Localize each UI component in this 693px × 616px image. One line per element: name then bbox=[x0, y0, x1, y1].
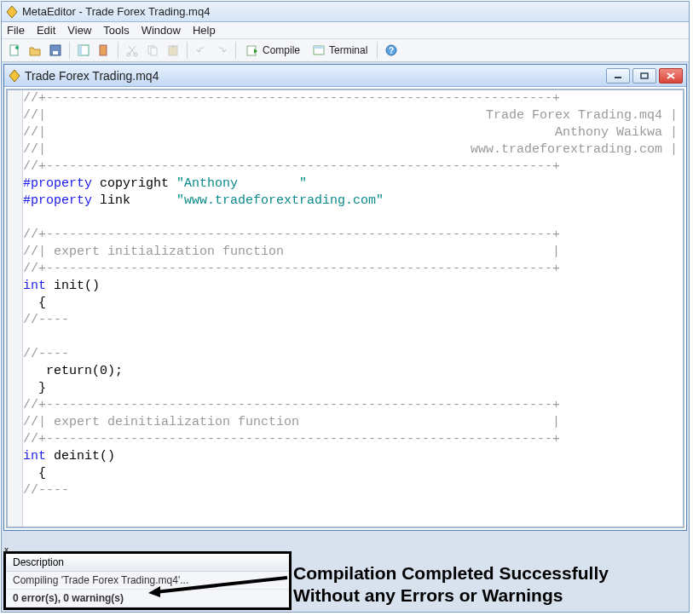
copy-button[interactable] bbox=[143, 41, 162, 60]
svg-marker-0 bbox=[7, 6, 17, 18]
annotation-line2: Without any Errors or Warnings bbox=[293, 584, 609, 607]
document-title: Trade Forex Trading.mq4 bbox=[25, 69, 159, 83]
terminal-icon bbox=[312, 43, 326, 57]
panel-close-icon[interactable]: x bbox=[4, 545, 9, 554]
toolbar: Compile Terminal ? bbox=[2, 39, 689, 62]
svg-rect-20 bbox=[641, 73, 648, 78]
cut-button[interactable] bbox=[123, 41, 141, 60]
menu-help[interactable]: Help bbox=[193, 24, 216, 37]
annotation-line1: Compilation Completed Successfully bbox=[293, 562, 609, 584]
output-panel: x Description Compiling 'Trade Forex Tra… bbox=[3, 551, 292, 610]
compile-icon bbox=[245, 43, 259, 57]
document-titlebar: Trade Forex Trading.mq4 bbox=[4, 65, 686, 87]
compile-button[interactable]: Compile bbox=[240, 42, 305, 59]
menu-window[interactable]: Window bbox=[141, 24, 181, 37]
menu-file[interactable]: File bbox=[7, 24, 25, 37]
close-button[interactable] bbox=[659, 68, 683, 83]
svg-rect-12 bbox=[171, 45, 175, 48]
maximize-button[interactable] bbox=[632, 68, 656, 83]
compile-label: Compile bbox=[263, 44, 300, 56]
terminal-label: Terminal bbox=[329, 44, 367, 56]
output-row-result: 0 error(s), 0 warning(s) bbox=[6, 590, 289, 607]
menu-tools[interactable]: Tools bbox=[103, 24, 129, 37]
app-title: MetaEditor - Trade Forex Trading.mq4 bbox=[22, 5, 210, 18]
svg-marker-18 bbox=[9, 70, 20, 82]
help-button[interactable]: ? bbox=[382, 41, 401, 60]
document-icon bbox=[8, 69, 21, 83]
minimize-button[interactable] bbox=[606, 68, 630, 83]
navigator-button[interactable] bbox=[74, 41, 93, 60]
menu-view[interactable]: View bbox=[67, 24, 91, 37]
svg-rect-10 bbox=[151, 48, 157, 55]
menubar: File Edit View Tools Window Help bbox=[2, 22, 689, 39]
redo-button[interactable] bbox=[212, 41, 231, 60]
app-icon bbox=[5, 5, 19, 19]
svg-rect-3 bbox=[53, 51, 58, 55]
code-area[interactable]: //+-------------------------------------… bbox=[23, 90, 683, 527]
document-window: Trade Forex Trading.mq4 //+-------------… bbox=[3, 64, 687, 531]
output-row-compiling: Compiling 'Trade Forex Trading.mq4'... bbox=[6, 572, 289, 590]
terminal-button[interactable]: Terminal bbox=[307, 42, 372, 59]
app-window: MetaEditor - Trade Forex Trading.mq4 Fil… bbox=[1, 1, 690, 613]
svg-rect-15 bbox=[314, 46, 324, 49]
output-header[interactable]: Description bbox=[6, 554, 289, 572]
undo-button[interactable] bbox=[192, 41, 211, 60]
svg-text:?: ? bbox=[389, 46, 394, 55]
app-titlebar: MetaEditor - Trade Forex Trading.mq4 bbox=[2, 2, 689, 22]
workspace: Trade Forex Trading.mq4 //+-------------… bbox=[2, 62, 689, 612]
svg-rect-6 bbox=[100, 45, 107, 55]
gutter bbox=[8, 90, 23, 527]
open-file-button[interactable] bbox=[26, 41, 44, 60]
svg-rect-5 bbox=[78, 45, 82, 55]
paste-button[interactable] bbox=[164, 41, 182, 60]
new-file-button[interactable] bbox=[5, 41, 24, 60]
save-button[interactable] bbox=[46, 41, 65, 60]
annotation-text: Compilation Completed Successfully Witho… bbox=[293, 562, 609, 607]
menu-edit[interactable]: Edit bbox=[37, 24, 55, 37]
code-editor[interactable]: //+-------------------------------------… bbox=[6, 89, 684, 528]
toolbox-button[interactable] bbox=[95, 41, 113, 60]
